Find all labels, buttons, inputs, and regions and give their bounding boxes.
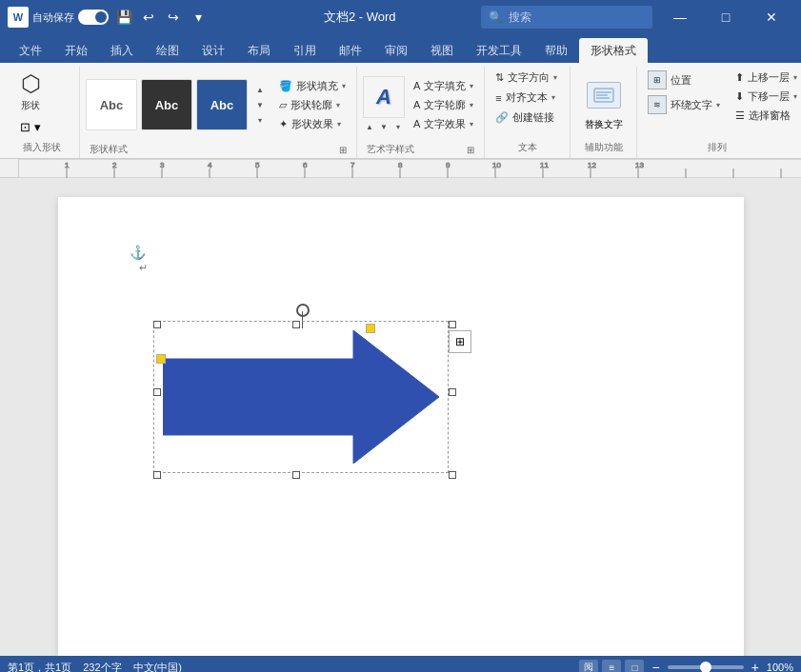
handle-tl[interactable] [153, 321, 161, 328]
maximize-button[interactable]: □ [704, 0, 748, 34]
handle-bl[interactable] [153, 471, 161, 479]
wrap-text-button[interactable]: ≋ 环绕文字 ▾ [643, 93, 725, 116]
horizontal-ruler: 1 2 3 4 5 6 7 8 9 10 11 12 13 [19, 159, 801, 178]
yellow-handle-left[interactable] [156, 354, 166, 364]
forward-icon: ⬆ [735, 71, 744, 84]
art-text-sample[interactable]: A [363, 76, 405, 118]
word-icon: W [8, 7, 29, 28]
arrow-shape-container[interactable]: ⚓ ↵ [163, 330, 439, 464]
tab-insert[interactable]: 插入 [99, 38, 145, 63]
redo-button[interactable]: ↪ [162, 6, 185, 29]
text-direction-button[interactable]: ⇅ 文字方向 ▾ [491, 69, 562, 87]
handle-bm[interactable] [292, 471, 300, 479]
select-pane-button[interactable]: ☰ 选择窗格 [731, 107, 801, 125]
position-button[interactable]: ⊞ 位置 [643, 69, 725, 91]
read-view-button[interactable]: 阅 [579, 660, 598, 672]
replace-text-button[interactable]: 替换文字 [579, 72, 629, 133]
handle-br[interactable] [449, 471, 456, 479]
replace-icon-area [583, 74, 625, 116]
shape-effect-button[interactable]: ✦ 形状效果 ▾ [274, 115, 350, 133]
save-button[interactable]: 💾 [112, 6, 135, 29]
more-quick-access[interactable]: ▾ [187, 6, 210, 29]
print-view-button[interactable]: ≡ [602, 660, 621, 672]
ribbon-tabs: 文件 开始 插入 绘图 设计 布局 引用 邮件 审阅 视图 开发工具 帮助 形状… [0, 34, 801, 63]
art-text-scroll: ▲ ▼ ▾ [363, 120, 405, 133]
tab-dev[interactable]: 开发工具 [465, 38, 533, 63]
ribbon-group-insert-shape: ⬡ 形状 ⊡ ▾ 插入形状 [4, 67, 80, 158]
zoom-plus[interactable]: + [751, 660, 759, 672]
svg-text:3: 3 [160, 161, 165, 169]
layout-options-button[interactable]: ⊞ [449, 330, 471, 353]
undo-button[interactable]: ↩ [137, 6, 160, 29]
select-pane-icon: ☰ [735, 109, 745, 122]
text-effect-button[interactable]: A 文字效果 ▾ [409, 115, 478, 133]
art-expand-icon[interactable]: ⊞ [467, 145, 474, 155]
shape-outline-arrow: ▾ [336, 101, 340, 109]
handle-tm[interactable] [292, 321, 300, 328]
rotation-handle[interactable] [296, 304, 310, 317]
tab-review[interactable]: 审阅 [373, 38, 419, 63]
shape-button[interactable]: ⬡ 形状 [10, 69, 51, 114]
art-letter: A [376, 85, 391, 109]
backward-button[interactable]: ⬇ 下移一层 ▾ [731, 88, 801, 106]
text-fill-button[interactable]: A 文字填充 ▾ [409, 77, 478, 95]
handle-tr[interactable] [449, 321, 456, 328]
window-controls: — □ ✕ [658, 0, 793, 34]
art-scroll-down[interactable]: ▼ [377, 120, 390, 133]
backward-arrow: ▾ [793, 92, 797, 101]
tab-mail[interactable]: 邮件 [328, 38, 373, 63]
tab-help[interactable]: 帮助 [533, 38, 579, 63]
close-button[interactable]: ✕ [750, 0, 793, 34]
zoom-knob[interactable] [700, 662, 711, 672]
handle-ml[interactable] [153, 388, 161, 396]
doc-wrapper: 1 2 3 4 5 6 7 8 9 10 11 12 13 [0, 159, 801, 656]
edit-shape-button[interactable]: ⊡ ▾ [13, 116, 48, 137]
tab-view[interactable]: 视图 [419, 38, 465, 63]
yellow-handle-top[interactable] [366, 324, 375, 333]
tab-home[interactable]: 开始 [53, 38, 99, 63]
forward-button[interactable]: ⬆ 上移一层 ▾ [731, 69, 801, 87]
svg-text:6: 6 [303, 161, 308, 169]
position-label: 位置 [671, 73, 691, 88]
art-expand[interactable]: ▾ [391, 120, 405, 133]
create-link-button[interactable]: 🔗 创建链接 [491, 109, 562, 127]
handle-mr[interactable] [449, 388, 456, 396]
insert-shape-label: 插入形状 [10, 139, 73, 156]
search-bar[interactable]: 🔍 搜索 [481, 6, 652, 29]
shape-style-2[interactable]: Abc [141, 79, 192, 130]
tab-draw[interactable]: 绘图 [145, 38, 190, 63]
svg-text:8: 8 [398, 161, 403, 169]
zoom-minus[interactable]: − [651, 660, 659, 672]
text-direction-icon: ⇅ [495, 71, 504, 84]
zoom-slider[interactable] [668, 665, 744, 669]
arrow-svg [163, 330, 439, 464]
shape-style-1[interactable]: Abc [86, 79, 137, 130]
web-view-button[interactable]: □ [625, 660, 644, 672]
art-text-label-text: 艺术字样式 [367, 143, 414, 156]
text-outline-button[interactable]: A 文字轮廓 ▾ [409, 96, 478, 114]
shape-style-3[interactable]: Abc [196, 79, 248, 130]
style-expand[interactable]: ▾ [253, 113, 267, 127]
align-text-button[interactable]: ≡ 对齐文本 ▾ [491, 89, 562, 107]
tab-design[interactable]: 设计 [190, 38, 236, 63]
style-scroll-up[interactable]: ▲ [253, 83, 267, 96]
shape-fill-button[interactable]: 🪣 形状填充 ▾ [274, 77, 350, 95]
status-right: 阅 ≡ □ − + 100% [579, 660, 793, 672]
tab-layout[interactable]: 布局 [236, 38, 282, 63]
art-scroll-up[interactable]: ▲ [363, 120, 376, 133]
position-icon: ⊞ [648, 70, 667, 89]
autosave-toggle[interactable] [78, 10, 109, 25]
search-placeholder: 搜索 [509, 10, 531, 26]
shape-outline-button[interactable]: ▱ 形状轮廓 ▾ [274, 96, 350, 114]
tab-file[interactable]: 文件 [8, 38, 53, 63]
text-group-label: 文本 [491, 139, 564, 156]
svg-marker-36 [163, 330, 439, 464]
tab-refs[interactable]: 引用 [282, 38, 328, 63]
minimize-button[interactable]: — [658, 0, 702, 34]
style-scroll-down[interactable]: ▼ [253, 98, 267, 111]
shape-styles-expand-icon[interactable]: ⊞ [339, 145, 347, 155]
shape-styles-label-text: 形状样式 [90, 143, 128, 156]
tab-shapeformat[interactable]: 形状格式 [579, 38, 648, 63]
text-outline-icon: A [413, 99, 420, 110]
wrap-icon: ≋ [648, 95, 667, 114]
